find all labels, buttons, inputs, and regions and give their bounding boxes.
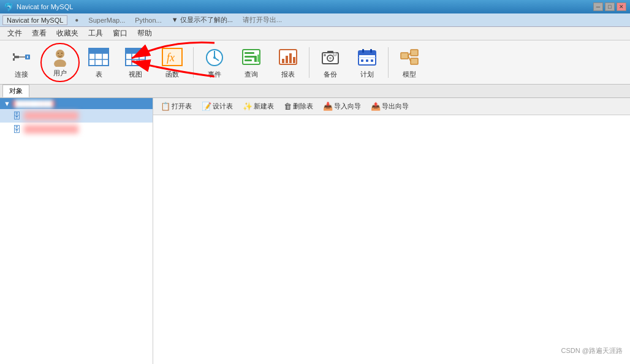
svg-rect-3	[19, 56, 25, 58]
svg-rect-4	[25, 55, 30, 59]
toolbar-function[interactable]: fx 函数	[154, 43, 190, 82]
svg-rect-54	[366, 59, 368, 62]
nav-item-3: SuperMap...	[86, 16, 127, 25]
import-wizard-button[interactable]: 📥 导入向导	[319, 100, 365, 112]
toolbar-table[interactable]: 表	[81, 43, 116, 82]
open-table-button[interactable]: 📋 打开表	[157, 100, 195, 112]
svg-rect-38	[282, 59, 284, 63]
close-button[interactable]: ✕	[617, 2, 626, 11]
menu-tools[interactable]: 工具	[83, 27, 108, 40]
toolbar-sep-2	[309, 47, 309, 78]
nav-item-1[interactable]: Navicat for MySQL	[2, 15, 67, 25]
open-table-label: 打开表	[172, 102, 192, 111]
svg-point-30	[213, 56, 216, 59]
svg-point-44	[329, 57, 332, 59]
content-panel: 📋 打开表 📝 设计表 ✨ 新建表 🗑 删除表 📥 导入向导	[153, 98, 630, 364]
delete-table-button[interactable]: 🗑 删除表	[280, 100, 317, 112]
svg-rect-35	[254, 57, 257, 62]
export-wizard-icon: 📤	[371, 102, 381, 111]
svg-point-47	[324, 54, 326, 56]
maximize-button[interactable]: □	[605, 2, 615, 11]
table-icon	[88, 46, 110, 68]
sidebar-db-2[interactable]: 🗄 ████████ma	[0, 123, 153, 136]
toolbar-sep-3	[388, 47, 389, 78]
toolbar-connect[interactable]: 连接	[4, 43, 39, 82]
connection-name: ████████	[13, 100, 55, 107]
sidebar-connection-header[interactable]: ▼ ████████	[0, 98, 153, 109]
design-table-label: 设计表	[213, 102, 233, 111]
tab-bar: 对象	[0, 85, 630, 98]
report-label: 报表	[281, 70, 295, 79]
query-label: 查询	[245, 70, 258, 79]
window-controls: ─ □ ✕	[593, 2, 626, 11]
svg-rect-51	[370, 49, 372, 53]
connect-icon	[10, 46, 32, 68]
svg-rect-34	[245, 59, 252, 61]
svg-point-8	[54, 59, 66, 67]
delete-table-icon: 🗑	[284, 102, 292, 111]
new-table-label: 新建表	[254, 102, 274, 111]
event-label: 事件	[208, 70, 221, 79]
nav-topbar: Navicat for MySQL ● SuperMap... Python..…	[0, 13, 630, 27]
app-title: Navicat for MySQL	[17, 3, 593, 10]
toolbar-model[interactable]: 模型	[392, 43, 427, 82]
delete-table-label: 删除表	[293, 102, 313, 111]
svg-rect-50	[362, 49, 364, 53]
table-label: 表	[96, 70, 102, 79]
main-toolbar: 连接 用户	[0, 40, 630, 85]
menu-window[interactable]: 窗口	[108, 27, 132, 40]
svg-point-10	[61, 53, 63, 54]
model-label: 模型	[403, 70, 416, 79]
sidebar: ▼ ████████ 🗄 ████████ma 🗄 ████████ma	[0, 98, 153, 364]
app-logo: 🐬	[4, 2, 13, 12]
design-table-button[interactable]: 📝 设计表	[198, 100, 237, 112]
toolbar-backup[interactable]: 备份	[313, 43, 348, 82]
db-icon-1: 🗄	[12, 111, 21, 121]
toolbar-schedule[interactable]: 计划	[349, 43, 385, 82]
menu-view[interactable]: 查看	[27, 27, 51, 40]
view-label: 视图	[129, 70, 142, 79]
minimize-button[interactable]: ─	[593, 2, 603, 11]
user-icon	[49, 47, 71, 67]
svg-rect-0	[14, 56, 19, 58]
report-icon	[277, 46, 299, 68]
query-icon	[240, 46, 262, 68]
user-label: 用户	[53, 69, 67, 78]
export-wizard-label: 导出向导	[382, 102, 409, 111]
new-table-button[interactable]: ✨ 新建表	[239, 100, 278, 112]
db-name-2: ████████ma	[24, 125, 78, 134]
svg-rect-56	[401, 53, 408, 59]
backup-label: 备份	[324, 70, 337, 79]
menu-help[interactable]: 帮助	[132, 27, 157, 40]
tab-objects[interactable]: 对象	[2, 85, 29, 97]
titlebar: 🐬 Navicat for MySQL ─ □ ✕	[0, 0, 630, 13]
connect-label: 连接	[15, 70, 28, 79]
watermark: CSDN @路遍天涯路	[561, 346, 623, 355]
menu-file[interactable]: 文件	[2, 27, 27, 40]
svg-rect-2	[13, 58, 15, 61]
nav-item-5: ▼ 仅显示不了解的...	[169, 15, 235, 25]
schedule-icon	[356, 46, 378, 68]
svg-rect-41	[293, 57, 295, 63]
svg-rect-57	[411, 50, 418, 56]
nav-item-4: Python...	[132, 16, 164, 25]
svg-rect-39	[286, 56, 288, 63]
toolbar-user[interactable]: 用户	[40, 43, 80, 82]
svg-point-9	[58, 53, 59, 54]
toolbar-view[interactable]: 视图	[118, 43, 153, 82]
toolbar-report[interactable]: 报表	[270, 43, 306, 82]
menu-favorites[interactable]: 收藏夹	[51, 27, 83, 40]
sidebar-db-1[interactable]: 🗄 ████████ma	[0, 109, 153, 123]
svg-rect-46	[333, 53, 336, 56]
svg-rect-12	[89, 48, 108, 53]
toolbar-event[interactable]: 事件	[197, 43, 232, 82]
open-table-icon: 📋	[161, 102, 170, 111]
design-table-icon: 📝	[202, 102, 211, 111]
import-wizard-label: 导入向导	[334, 102, 361, 111]
svg-rect-53	[361, 59, 363, 62]
export-wizard-button[interactable]: 📤 导出向导	[367, 100, 412, 112]
toolbar-query[interactable]: 查询	[233, 43, 269, 82]
menubar: 文件 查看 收藏夹 工具 窗口 帮助	[0, 27, 630, 40]
schedule-label: 计划	[360, 70, 374, 79]
toolbar-sep-1	[193, 47, 194, 78]
